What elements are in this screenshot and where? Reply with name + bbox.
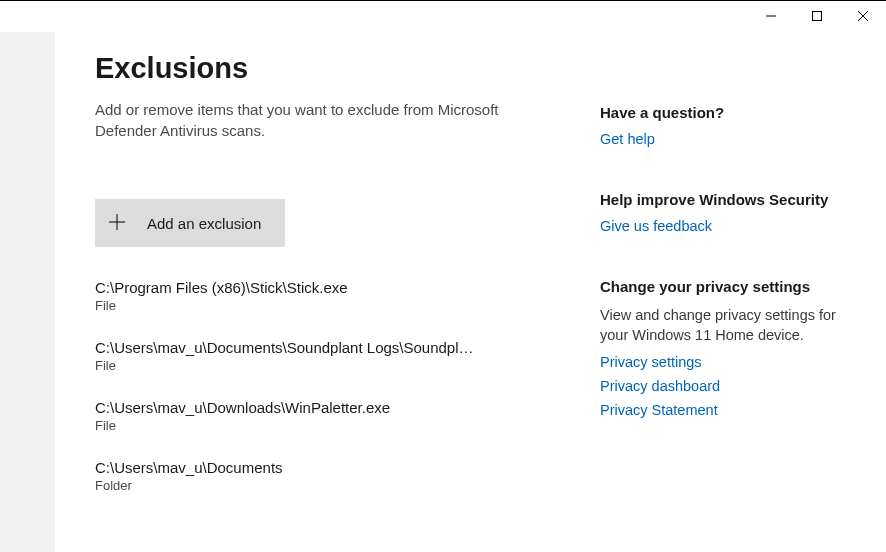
page-title: Exclusions xyxy=(95,52,595,85)
privacy-statement-link[interactable]: Privacy Statement xyxy=(600,402,860,418)
exclusion-path: C:\Users\mav_u\Downloads\WinPaletter.exe xyxy=(95,399,475,416)
exclusion-item[interactable]: C:\Program Files (x86)\Stick\Stick.exe F… xyxy=(95,279,475,313)
minimize-icon xyxy=(766,11,776,21)
exclusion-type: File xyxy=(95,298,475,313)
privacy-heading: Change your privacy settings xyxy=(600,278,860,295)
maximize-icon xyxy=(812,11,822,21)
page-description: Add or remove items that you want to exc… xyxy=(95,99,525,141)
right-column: Have a question? Get help Help improve W… xyxy=(600,52,860,552)
question-section: Have a question? Get help xyxy=(600,104,860,147)
exclusion-item[interactable]: C:\Users\mav_u\Downloads\WinPaletter.exe… xyxy=(95,399,475,433)
question-heading: Have a question? xyxy=(600,104,860,121)
exclusion-item[interactable]: C:\Users\mav_u\Documents\Soundplant Logs… xyxy=(95,339,475,373)
plus-icon xyxy=(109,214,125,233)
privacy-description: View and change privacy settings for you… xyxy=(600,305,860,346)
svg-rect-1 xyxy=(813,12,822,21)
exclusion-path: C:\Users\mav_u\Documents xyxy=(95,459,475,476)
improve-heading: Help improve Windows Security xyxy=(600,191,860,208)
get-help-link[interactable]: Get help xyxy=(600,131,860,147)
privacy-settings-link[interactable]: Privacy settings xyxy=(600,354,860,370)
feedback-link[interactable]: Give us feedback xyxy=(600,218,860,234)
maximize-button[interactable] xyxy=(794,1,840,31)
exclusion-type: File xyxy=(95,358,475,373)
nav-sidebar xyxy=(0,32,55,552)
improve-section: Help improve Windows Security Give us fe… xyxy=(600,191,860,234)
close-button[interactable] xyxy=(840,1,886,31)
exclusion-type: Folder xyxy=(95,478,475,493)
titlebar xyxy=(0,0,886,32)
privacy-section: Change your privacy settings View and ch… xyxy=(600,278,860,418)
close-icon xyxy=(858,11,868,21)
exclusion-path: C:\Users\mav_u\Documents\Soundplant Logs… xyxy=(95,339,475,356)
minimize-button[interactable] xyxy=(748,1,794,31)
privacy-dashboard-link[interactable]: Privacy dashboard xyxy=(600,378,860,394)
exclusion-item[interactable]: C:\Users\mav_u\Documents Folder xyxy=(95,459,475,493)
main-column: Exclusions Add or remove items that you … xyxy=(95,52,595,552)
add-exclusion-button[interactable]: Add an exclusion xyxy=(95,199,285,247)
exclusion-type: File xyxy=(95,418,475,433)
exclusion-path: C:\Program Files (x86)\Stick\Stick.exe xyxy=(95,279,475,296)
content-area: Exclusions Add or remove items that you … xyxy=(55,32,886,552)
add-exclusion-label: Add an exclusion xyxy=(147,215,261,232)
